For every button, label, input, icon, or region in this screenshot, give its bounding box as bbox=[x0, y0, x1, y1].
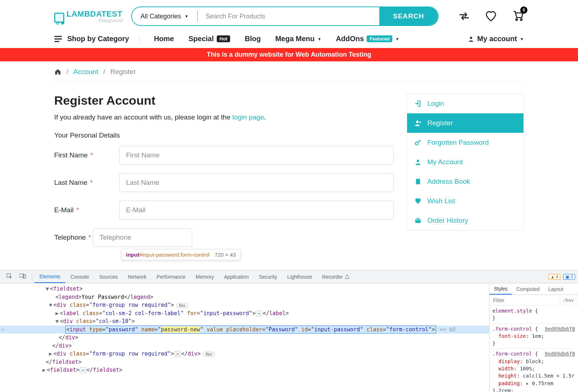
tab-memory[interactable]: Memory bbox=[191, 270, 219, 283]
chevron-down-icon: ▼ bbox=[185, 14, 189, 18]
section-legend: Your Personal Details bbox=[54, 131, 394, 139]
css-rules[interactable]: element.style { } .form-control { 9ed09d… bbox=[489, 306, 578, 392]
input-email[interactable] bbox=[119, 201, 394, 219]
svg-rect-7 bbox=[415, 180, 417, 180]
user-plus-icon bbox=[414, 119, 422, 127]
logo-cart-icon bbox=[54, 13, 64, 23]
subtab-computed[interactable]: Computed bbox=[512, 283, 544, 295]
sidebar-item-forgotten[interactable]: Forgotten Password bbox=[407, 133, 523, 152]
warnings-badge[interactable]: ▲ 4 bbox=[548, 274, 561, 280]
highlighted-dom-line[interactable]: ⋯ <input type="password" name="password-… bbox=[0, 326, 489, 334]
user-icon bbox=[468, 36, 474, 42]
sidebar-item-register[interactable]: Register bbox=[407, 113, 523, 133]
nav-my-account[interactable]: My account ▼ bbox=[468, 35, 524, 43]
elements-tree[interactable]: ▼<fieldset> <legend>Your Password</legen… bbox=[0, 283, 489, 392]
messages-badge[interactable]: ▣ 3 bbox=[563, 274, 575, 280]
heart-icon bbox=[414, 197, 422, 205]
svg-point-2 bbox=[470, 37, 472, 39]
nav-mega-label: Mega Menu bbox=[275, 35, 315, 43]
input-firstname[interactable] bbox=[119, 146, 394, 165]
sidebar-label: Forgotten Password bbox=[427, 139, 489, 147]
inspect-icon[interactable] bbox=[3, 273, 16, 280]
demo-banner: This is a dummy website for Web Automati… bbox=[0, 48, 578, 61]
sidebar-label: Login bbox=[427, 100, 444, 108]
key-icon bbox=[414, 139, 422, 146]
logo-name: LAMBDATEST bbox=[66, 10, 122, 18]
styles-panel: Styles Computed Layout :hov .cls element… bbox=[489, 283, 578, 392]
styles-filter-input[interactable] bbox=[489, 297, 560, 303]
sidebar-item-login[interactable]: Login bbox=[407, 94, 523, 113]
sidebar-item-myaccount[interactable]: My Account bbox=[407, 152, 523, 172]
tab-sources[interactable]: Sources bbox=[94, 270, 123, 283]
breadcrumb-sep: / bbox=[66, 68, 68, 76]
tab-recorder[interactable]: Recorder bbox=[317, 270, 355, 283]
logo[interactable]: LAMBDATEST Playground bbox=[54, 10, 122, 23]
search-button[interactable]: SEARCH bbox=[379, 7, 438, 25]
cart-button[interactable]: 0 bbox=[512, 9, 524, 23]
sidebar-label: Wish List bbox=[427, 197, 455, 205]
nav-home[interactable]: Home bbox=[154, 35, 174, 43]
svg-point-1 bbox=[521, 19, 522, 21]
device-toggle-icon[interactable] bbox=[16, 274, 30, 280]
shop-by-category[interactable]: Shop by Category bbox=[54, 35, 139, 43]
tab-application[interactable]: Application bbox=[219, 270, 254, 283]
main-nav: Shop by Category Home Special Hot Blog M… bbox=[0, 30, 578, 48]
svg-point-5 bbox=[417, 160, 419, 162]
subtab-styles[interactable]: Styles bbox=[489, 283, 512, 295]
sidebar-item-wishlist[interactable]: Wish List bbox=[407, 191, 523, 211]
tab-network[interactable]: Network bbox=[123, 270, 151, 283]
tab-console[interactable]: Console bbox=[65, 270, 94, 283]
row-lastname: Last Name * bbox=[54, 173, 394, 192]
breadcrumb-register: Register bbox=[110, 68, 136, 76]
nav-addons[interactable]: AddOns Featured ▼ bbox=[336, 35, 400, 43]
featured-badge: Featured bbox=[367, 35, 392, 42]
sidebar-label: Order History bbox=[427, 217, 468, 225]
main-content: Register Account If you already have an … bbox=[0, 81, 578, 270]
cls-toggle[interactable]: .cls bbox=[576, 295, 578, 305]
register-content: Register Account If you already have an … bbox=[54, 93, 394, 256]
logo-subtitle: Playground bbox=[66, 18, 122, 23]
nav-special-label: Special bbox=[189, 35, 214, 43]
lead-text: If you already have an account with us, … bbox=[54, 113, 394, 121]
header-icons: 0 bbox=[458, 9, 524, 23]
nav-mega-menu[interactable]: Mega Menu ▼ bbox=[275, 35, 322, 43]
svg-rect-6 bbox=[416, 179, 420, 184]
login-page-link[interactable]: login page bbox=[232, 113, 264, 121]
element-inspector-tooltip: input#input-password.form-control 720 × … bbox=[121, 249, 241, 260]
input-telephone[interactable] bbox=[93, 228, 192, 247]
nav-blog[interactable]: Blog bbox=[245, 35, 260, 43]
subtab-layout[interactable]: Layout bbox=[544, 283, 568, 295]
home-icon[interactable] bbox=[54, 68, 61, 75]
tab-elements[interactable]: Elements bbox=[34, 270, 65, 283]
sidebar-label: Address Book bbox=[427, 178, 470, 186]
hot-badge: Hot bbox=[217, 35, 230, 42]
hov-toggle[interactable]: :hov bbox=[560, 295, 576, 305]
divider bbox=[32, 273, 32, 280]
heart-icon[interactable] bbox=[485, 10, 497, 22]
sidebar-label: My Account bbox=[427, 158, 463, 166]
row-email: E-Mail * bbox=[54, 201, 394, 219]
input-lastname[interactable] bbox=[119, 173, 394, 192]
page-title: Register Account bbox=[54, 93, 394, 108]
sidebar-item-orderhistory[interactable]: Order History bbox=[407, 211, 523, 230]
styles-tabs: Styles Computed Layout bbox=[489, 283, 578, 295]
tab-security[interactable]: Security bbox=[254, 270, 282, 283]
sidebar-item-addressbook[interactable]: Address Book bbox=[407, 172, 523, 191]
tab-performance[interactable]: Performance bbox=[151, 270, 190, 283]
row-telephone: Telephone * input#input-password.form-co… bbox=[54, 228, 192, 247]
breadcrumb-account[interactable]: Account bbox=[73, 68, 98, 76]
address-book-icon bbox=[414, 178, 422, 185]
flask-icon bbox=[345, 275, 349, 279]
devtools-panel: Elements Console Sources Network Perform… bbox=[0, 270, 578, 392]
nav-blog-label: Blog bbox=[245, 35, 260, 43]
nav-addons-label: AddOns bbox=[336, 35, 364, 43]
label-telephone: Telephone * bbox=[54, 234, 91, 241]
search-category-dropdown[interactable]: All Categories ▼ bbox=[132, 7, 197, 25]
chevron-down-icon: ▼ bbox=[520, 37, 524, 41]
svg-rect-10 bbox=[415, 219, 421, 223]
compare-icon[interactable] bbox=[458, 10, 470, 22]
chevron-down-icon: ▼ bbox=[318, 37, 322, 41]
tab-lighthouse[interactable]: Lighthouse bbox=[282, 270, 317, 283]
search-input[interactable] bbox=[198, 7, 379, 25]
nav-special[interactable]: Special Hot bbox=[189, 35, 230, 43]
